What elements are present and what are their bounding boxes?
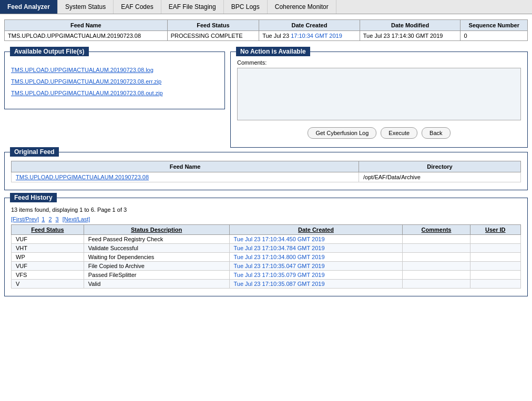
hist-cell-date: Tue Jul 23 17:10:34.800 GMT 2019 bbox=[229, 253, 403, 262]
pagination-page-3[interactable]: 3 bbox=[56, 216, 59, 222]
hist-cell-date: Tue Jul 23 17:10:35.047 GMT 2019 bbox=[229, 262, 403, 271]
hist-cell-desc: File Copied to Archive bbox=[84, 262, 229, 271]
cell-date-modified: Tue Jul 23 17:14:30 GMT 2019 bbox=[360, 31, 461, 41]
original-feed-table: Feed Name Directory TMS.UPLOAD.UPPGIMACT… bbox=[11, 161, 521, 182]
comments-textarea[interactable] bbox=[237, 68, 521, 120]
col-sequence-number: Sequence Number bbox=[461, 20, 528, 31]
table-row: TMS.UPLOAD.UPPGIMACTUALAUM.20190723.08 P… bbox=[5, 31, 528, 41]
hist-cell-comments bbox=[403, 262, 470, 271]
orig-directory: /opt/EAF/Data/Archive bbox=[359, 172, 521, 182]
feed-info-table: Feed Name Feed Status Date Created Date … bbox=[4, 19, 528, 41]
output-file-3[interactable]: TMS.UPLOAD.UPPGIMACTUALAUM.20190723.08.o… bbox=[11, 90, 218, 96]
hist-cell-status: VFS bbox=[12, 271, 84, 280]
col-date-modified: Date Modified bbox=[360, 20, 461, 31]
hist-cell-comments bbox=[403, 244, 470, 253]
no-action-panel: No Action is Available Comments: Get Cyb… bbox=[230, 48, 528, 145]
pagination-first[interactable]: [First/Prev] bbox=[11, 216, 39, 222]
pagination-next[interactable]: [Next/Last] bbox=[63, 216, 90, 222]
navbar: Feed Analyzer System Status EAF Codes EA… bbox=[0, 0, 532, 14]
hist-cell-date: Tue Jul 23 17:10:34.784 GMT 2019 bbox=[229, 244, 403, 253]
pagination-page-2[interactable]: 2 bbox=[48, 216, 52, 222]
hist-cell-user bbox=[470, 280, 520, 289]
hist-col-comments: Comments bbox=[403, 225, 470, 235]
nav-bpc-logs[interactable]: BPC Logs bbox=[224, 0, 268, 14]
history-row: WPWaiting for DependenciesTue Jul 23 17:… bbox=[12, 253, 521, 262]
cell-date-created: Tue Jul 23 17:10:34 GMT 2019 bbox=[259, 31, 360, 41]
hist-cell-desc: Passed FileSplitter bbox=[84, 271, 229, 280]
hist-cell-date: Tue Jul 23 17:10:35.079 GMT 2019 bbox=[229, 271, 403, 280]
hist-cell-comments bbox=[403, 271, 470, 280]
cell-feed-status: PROCESSING COMPLETE bbox=[167, 31, 259, 41]
history-summary: 13 items found, displaying 1 to 6. Page … bbox=[11, 207, 521, 213]
orig-feed-name: TMS.UPLOAD.UPPGIMACTUALAUM.20190723.08 bbox=[12, 172, 359, 182]
history-row: VUFFile Copied to ArchiveTue Jul 23 17:1… bbox=[12, 262, 521, 271]
two-column-layout: Available Output File(s) TMS.UPLOAD.UPPG… bbox=[4, 48, 528, 145]
orig-col-feed-name: Feed Name bbox=[12, 161, 359, 172]
no-action-box: No Action is Available Comments: Get Cyb… bbox=[230, 52, 528, 148]
orig-table-row: TMS.UPLOAD.UPPGIMACTUALAUM.20190723.08 /… bbox=[12, 172, 521, 182]
feed-history-section: Feed History 13 items found, displaying … bbox=[4, 198, 528, 296]
hist-cell-user bbox=[470, 253, 520, 262]
hist-cell-user bbox=[470, 262, 520, 271]
hist-cell-comments bbox=[403, 253, 470, 262]
main-content: Feed Name Feed Status Date Created Date … bbox=[0, 14, 532, 302]
hist-cell-user bbox=[470, 235, 520, 244]
hist-cell-date: Tue Jul 23 17:10:35.087 GMT 2019 bbox=[229, 280, 403, 289]
output-files-box: Available Output File(s) TMS.UPLOAD.UPPG… bbox=[4, 52, 225, 109]
cell-feed-name: TMS.UPLOAD.UPPGIMACTUALAUM.20190723.08 bbox=[5, 31, 168, 41]
output-files-list: TMS.UPLOAD.UPPGIMACTUALAUM.20190723.08.l… bbox=[11, 57, 218, 96]
hist-col-user-id: User ID bbox=[470, 225, 520, 235]
hist-cell-date: Tue Jul 23 17:10:34.450 GMT 2019 bbox=[229, 235, 403, 244]
hist-cell-comments bbox=[403, 280, 470, 289]
history-row: VUFFeed Passed Registry CheckTue Jul 23 … bbox=[12, 235, 521, 244]
output-file-1[interactable]: TMS.UPLOAD.UPPGIMACTUALAUM.20190723.08.l… bbox=[11, 67, 218, 73]
nav-system-status[interactable]: System Status bbox=[58, 0, 114, 14]
output-files-legend: Available Output File(s) bbox=[10, 47, 89, 56]
cell-sequence-number: 0 bbox=[461, 31, 528, 41]
hist-cell-status: VUF bbox=[12, 262, 84, 271]
hist-col-status-desc: Status Description bbox=[84, 225, 229, 235]
col-date-created: Date Created bbox=[259, 20, 360, 31]
hist-cell-status: VUF bbox=[12, 235, 84, 244]
back-button[interactable]: Back bbox=[422, 127, 450, 139]
col-feed-status: Feed Status bbox=[167, 20, 259, 31]
hist-cell-status: V bbox=[12, 280, 84, 289]
history-row: VHTValidate SuccessfulTue Jul 23 17:10:3… bbox=[12, 244, 521, 253]
orig-col-directory: Directory bbox=[359, 161, 521, 172]
execute-button[interactable]: Execute bbox=[381, 127, 417, 139]
original-feed-section: Original Feed Feed Name Directory TMS.UP… bbox=[4, 152, 528, 190]
get-cyberfusion-log-button[interactable]: Get Cyberfusion Log bbox=[308, 127, 376, 139]
hist-cell-comments bbox=[403, 235, 470, 244]
hist-cell-status: WP bbox=[12, 253, 84, 262]
hist-cell-status: VHT bbox=[12, 244, 84, 253]
history-row: VValidTue Jul 23 17:10:35.087 GMT 2019 bbox=[12, 280, 521, 289]
no-action-legend: No Action is Available bbox=[236, 47, 310, 56]
nav-feed-analyzer[interactable]: Feed Analyzer bbox=[0, 0, 58, 14]
comments-label: Comments: bbox=[237, 59, 521, 66]
nav-eaf-codes[interactable]: EAF Codes bbox=[114, 0, 161, 14]
hist-cell-user bbox=[470, 271, 520, 280]
pagination: [First/Prev] 1 2 3 [Next/Last] bbox=[11, 216, 521, 222]
output-files-panel: Available Output File(s) TMS.UPLOAD.UPPG… bbox=[4, 48, 225, 145]
nav-coherence-monitor[interactable]: Coherence Monitor bbox=[268, 0, 336, 14]
hist-cell-desc: Valid bbox=[84, 280, 229, 289]
feed-history-legend: Feed History bbox=[10, 193, 57, 202]
hist-cell-desc: Feed Passed Registry Check bbox=[84, 235, 229, 244]
hist-cell-desc: Waiting for Dependencies bbox=[84, 253, 229, 262]
hist-col-feed-status: Feed Status bbox=[12, 225, 84, 235]
hist-col-date-created: Date Created bbox=[229, 225, 403, 235]
history-table: Feed Status Status Description Date Crea… bbox=[11, 224, 521, 289]
hist-cell-user bbox=[470, 244, 520, 253]
action-buttons: Get Cyberfusion Log Execute Back bbox=[237, 127, 521, 139]
original-feed-legend: Original Feed bbox=[10, 147, 59, 157]
hist-cell-desc: Validate Successful bbox=[84, 244, 229, 253]
col-feed-name: Feed Name bbox=[5, 20, 168, 31]
nav-eaf-file-staging[interactable]: EAF File Staging bbox=[161, 0, 224, 14]
pagination-page-1[interactable]: 1 bbox=[42, 216, 45, 222]
output-file-2[interactable]: TMS.UPLOAD.UPPGIMACTUALAUM.20190723.08.e… bbox=[11, 78, 218, 85]
history-row: VFSPassed FileSplitterTue Jul 23 17:10:3… bbox=[12, 271, 521, 280]
